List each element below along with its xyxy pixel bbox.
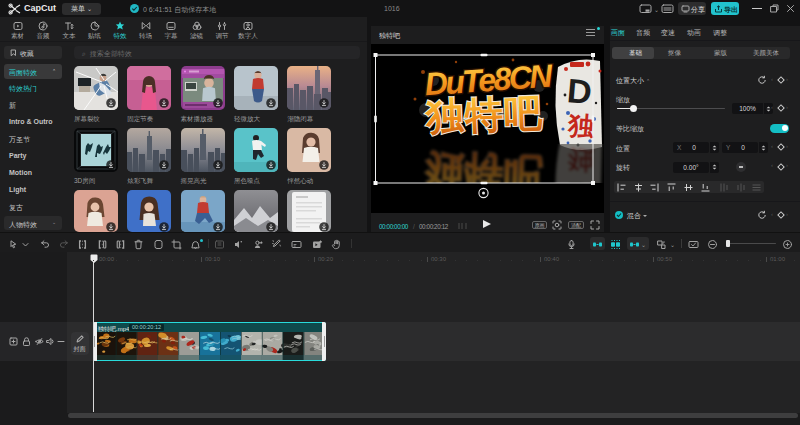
svg-text:独: 独 bbox=[566, 110, 597, 142]
svg-text:D: D bbox=[566, 71, 594, 111]
svg-text:独特吧: 独特吧 bbox=[424, 92, 543, 138]
